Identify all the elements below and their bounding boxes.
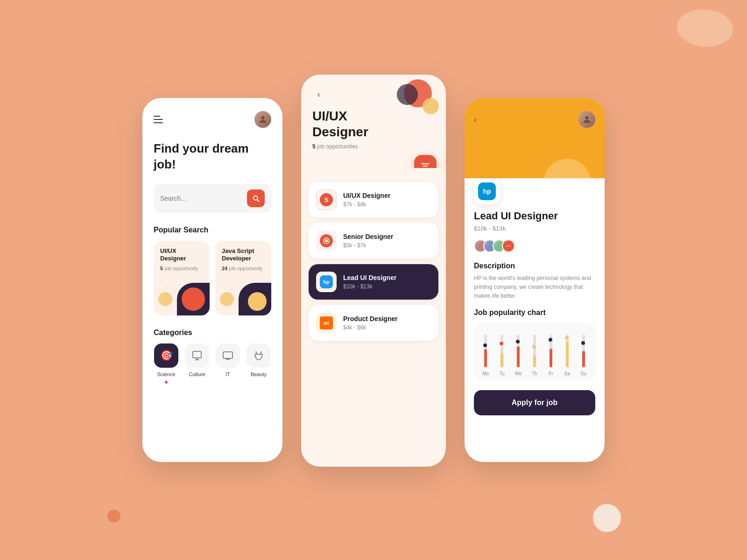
- category-beauty[interactable]: Beauty: [246, 343, 271, 384]
- detail-job-title: Lead UI Designer: [474, 210, 595, 222]
- applicant-avatars: ···: [474, 239, 515, 252]
- culture-label: Culture: [189, 371, 205, 377]
- description-section: Description HP is the world's leading pe…: [474, 262, 595, 301]
- bar-we: [512, 335, 525, 367]
- card2-deco: [215, 278, 271, 315]
- job-card-4[interactable]: mi Product Designer $4k - $6k: [309, 305, 438, 341]
- svg-rect-2: [223, 352, 233, 358]
- back-arrow-icon: ‹: [317, 90, 320, 99]
- category-it[interactable]: IT: [215, 343, 240, 384]
- popular-cards-list: UI/UX Designer 5 job opportunity Java Sc…: [154, 241, 271, 315]
- card1-count: 5 job opportunity: [160, 266, 203, 271]
- company-logo-v: [316, 231, 337, 251]
- page-title: Find your dream job!: [154, 141, 271, 173]
- phone1-header: [154, 111, 271, 128]
- categories-grid: 🎯 Science Culture IT: [154, 343, 271, 384]
- job-info-2: Senior Designer $5k - $7k: [343, 233, 431, 249]
- hp-logo-large: hp: [478, 182, 496, 200]
- label-su: Su: [577, 371, 590, 376]
- search-bar: [154, 184, 271, 213]
- science-label: Science: [157, 371, 175, 377]
- job-salary-3: $10k - $13k: [343, 283, 431, 290]
- bar-sa: [561, 335, 573, 367]
- search-input[interactable]: [160, 195, 242, 202]
- back-button-2[interactable]: ‹: [312, 88, 325, 101]
- apply-job-button[interactable]: Apply for job: [474, 390, 595, 415]
- job-info-1: UI/UX Designer $7k - $8k: [343, 192, 431, 208]
- company-logo-mi: mi: [316, 313, 337, 333]
- label-mo: Mo: [479, 371, 492, 376]
- phone-job-list: ‹ UI/UXDesigner 5 job opportunities S: [301, 75, 446, 467]
- phone3-content: hp Lead UI Designer $10k - $13k ···: [465, 178, 605, 425]
- hp-logo: hp: [320, 275, 333, 288]
- chart-container: Mo Tu We Th Fr Sa Su: [474, 322, 595, 381]
- job-card-2[interactable]: Senior Designer $5k - $7k: [309, 223, 438, 259]
- job-title-1: UI/UX Designer: [343, 192, 431, 199]
- phone2-subtitle: 5 job opportunities: [312, 143, 435, 150]
- job-title-4: Product Designer: [343, 315, 431, 322]
- category-science[interactable]: 🎯 Science: [154, 343, 179, 384]
- user-avatar[interactable]: [254, 111, 271, 128]
- label-tu: Tu: [496, 371, 508, 376]
- bg-circle-left: [107, 510, 120, 523]
- job-list: S UI/UX Designer $7k - $8k Senior Design…: [301, 168, 446, 348]
- svg-rect-1: [193, 351, 201, 358]
- label-th: Th: [529, 371, 541, 376]
- s-logo: S: [320, 193, 333, 206]
- phone-home: Find your dream job! Popular Search UI/U…: [142, 98, 282, 462]
- bg-circle-right: [593, 504, 621, 532]
- label-we: We: [512, 371, 525, 376]
- job-title-2: Senior Designer: [343, 233, 431, 240]
- svg-point-0: [261, 116, 264, 119]
- header-blob-2: [397, 84, 418, 105]
- job-title-3: Lead UI Designer: [343, 274, 431, 281]
- search-button[interactable]: [247, 189, 265, 207]
- beauty-icon-box: [247, 343, 271, 368]
- phone3-header: ‹: [465, 98, 605, 191]
- bar-su: [577, 335, 590, 367]
- categories-title: Categories: [154, 329, 271, 337]
- chart-title: Job popularity chart: [474, 308, 595, 317]
- more-applicants: ···: [502, 239, 515, 252]
- applicants-row: ···: [474, 239, 595, 252]
- company-logo-s: S: [316, 189, 337, 210]
- header-blob-3: [423, 98, 439, 114]
- chart-section: Job popularity chart: [474, 308, 595, 381]
- job-card-3[interactable]: hp Lead UI Designer $10k - $13k: [309, 264, 438, 300]
- filter-button[interactable]: [414, 155, 437, 168]
- culture-icon-box: [185, 343, 209, 368]
- popular-search-title: Popular Search: [154, 226, 271, 234]
- bar-fr: [544, 335, 557, 367]
- bg-decoration-top-right: [677, 9, 733, 47]
- card2-count: 24 job opportunity: [222, 266, 265, 271]
- label-sa: Sa: [561, 371, 573, 376]
- popular-card-1[interactable]: UI/UX Designer 5 job opportunity: [154, 241, 210, 315]
- company-logo-large: hp: [474, 178, 500, 204]
- mi-logo: mi: [320, 316, 333, 329]
- popular-card-2[interactable]: Java Script Developer 24 job opportunity: [215, 241, 271, 315]
- card2-title: Java Script Developer: [222, 247, 265, 263]
- it-label: IT: [226, 371, 230, 377]
- job-salary-1: $7k - $8k: [343, 201, 431, 208]
- phone-job-detail: ‹ hp Lead UI Designer $10k - $13k: [465, 98, 605, 462]
- category-culture[interactable]: Culture: [184, 343, 210, 384]
- job-info-4: Product Designer $4k - $6k: [343, 315, 431, 331]
- it-icon-box: [216, 343, 240, 368]
- detail-salary: $10k - $13k: [474, 225, 595, 232]
- card1-deco: [154, 278, 210, 315]
- card1-title: UI/UX Designer: [160, 247, 203, 263]
- menu-icon[interactable]: [154, 116, 163, 123]
- back-button-3[interactable]: ‹: [474, 115, 477, 125]
- science-icon-box: 🎯: [154, 343, 178, 368]
- phone2-header: ‹ UI/UXDesigner 5 job opportunities: [301, 75, 446, 168]
- job-salary-2: $5k - $7k: [343, 242, 431, 249]
- description-title: Description: [474, 262, 595, 270]
- bar-th: [529, 335, 541, 367]
- job-info-3: Lead UI Designer $10k - $13k: [343, 274, 431, 290]
- v-logo: [320, 234, 333, 247]
- bar-tu: [496, 335, 508, 367]
- chart-bars: [479, 330, 590, 367]
- beauty-label: Beauty: [251, 371, 267, 377]
- job-card-1[interactable]: S UI/UX Designer $7k - $8k: [309, 182, 438, 217]
- phones-container: Find your dream job! Popular Search UI/U…: [142, 93, 605, 467]
